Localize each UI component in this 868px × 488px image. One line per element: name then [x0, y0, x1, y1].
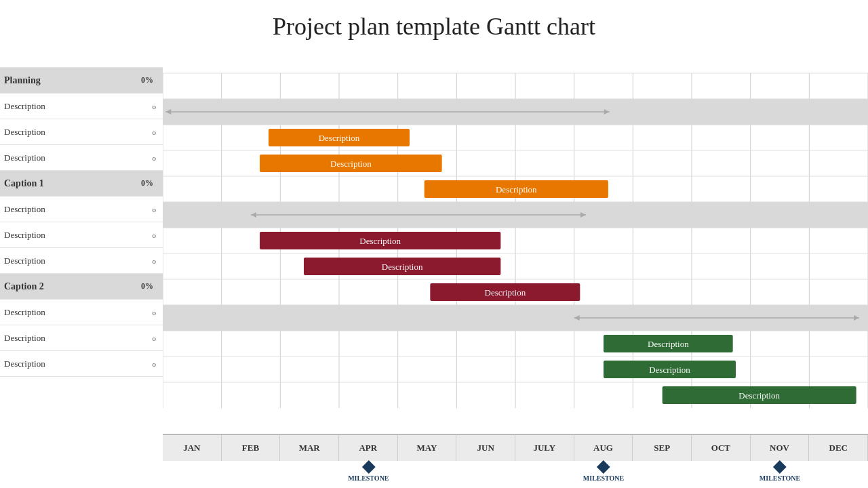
svg-text:Description: Description: [330, 159, 372, 169]
page-title: Project plan template Gantt chart: [0, 0, 868, 47]
month-cell-july: JULY: [515, 435, 574, 461]
gantt-bar: Description: [304, 258, 500, 275]
milestone-row: MILESTONEMILESTONEMILESTONE: [163, 461, 868, 488]
task-label-5: Description: [0, 230, 50, 241]
task-label-7: Description: [0, 307, 50, 318]
sidebar-section-caption1: Caption 1 0%: [0, 171, 163, 197]
section-planning-pct: 0%: [141, 75, 156, 85]
chart-grid: DescriptionDescriptionDescriptionDescrip…: [163, 47, 868, 434]
svg-text:Description: Description: [319, 133, 360, 143]
sidebar-header-row: [0, 47, 163, 68]
task-label-6: Description: [0, 256, 50, 266]
milestone-item-2: MILESTONE: [760, 462, 800, 482]
gantt-svg: DescriptionDescriptionDescriptionDescrip…: [163, 47, 868, 434]
task-dot-7: o: [153, 308, 157, 317]
sidebar-task-9: Description o: [0, 351, 163, 377]
task-label-8: Description: [0, 333, 50, 344]
gantt-bar: Description: [260, 232, 500, 249]
task-label-1: Description: [0, 101, 50, 112]
sidebar-task-2: Description o: [0, 119, 163, 145]
section-caption1-label: Caption 1: [0, 178, 48, 189]
month-cell-dec: DEC: [809, 435, 868, 461]
sidebar-task-6: Description o: [0, 248, 163, 274]
svg-text:Description: Description: [382, 262, 423, 272]
section-caption1-pct: 0%: [141, 178, 156, 188]
task-label-4: Description: [0, 204, 50, 215]
month-cell-oct: OCT: [692, 435, 751, 461]
sidebar: Planning 0% Description o Description o …: [0, 47, 163, 488]
month-cell-aug: AUG: [574, 435, 633, 461]
gantt-bar: Description: [269, 129, 410, 146]
task-dot-8: o: [153, 334, 157, 342]
task-dot-6: o: [153, 257, 157, 265]
milestone-label-1: MILESTONE: [583, 474, 624, 482]
gantt-bar: Description: [604, 335, 733, 352]
milestone-label-2: MILESTONE: [760, 474, 800, 482]
task-dot-3: o: [153, 154, 157, 162]
gantt-bar: Description: [430, 283, 580, 301]
sidebar-task-1: Description o: [0, 94, 163, 119]
milestone-item-1: MILESTONE: [583, 462, 624, 482]
section-caption2-pct: 0%: [141, 281, 156, 291]
gantt-bar: Description: [260, 155, 442, 172]
task-dot-9: o: [153, 360, 157, 368]
section-planning-label: Planning: [0, 75, 45, 86]
milestone-diamond-2: [773, 460, 787, 474]
svg-text:Description: Description: [648, 339, 689, 349]
gantt-wrapper: Planning 0% Description o Description o …: [0, 47, 868, 488]
milestone-item-0: MILESTONE: [348, 462, 389, 482]
month-cell-sep: SEP: [633, 435, 692, 461]
svg-text:Description: Description: [359, 236, 401, 246]
sidebar-section-planning: Planning 0%: [0, 68, 163, 94]
sidebar-task-5: Description o: [0, 222, 163, 248]
chart-area: DescriptionDescriptionDescriptionDescrip…: [163, 47, 868, 488]
svg-text:Description: Description: [485, 287, 526, 298]
milestone-label-0: MILESTONE: [348, 474, 389, 482]
month-cell-nov: NOV: [751, 435, 810, 461]
section-caption2-label: Caption 2: [0, 281, 48, 292]
month-cell-may: MAY: [398, 435, 457, 461]
task-dot-4: o: [153, 205, 157, 214]
task-label-2: Description: [0, 127, 50, 138]
month-cell-apr: APR: [339, 435, 398, 461]
sidebar-task-7: Description o: [0, 300, 163, 325]
sidebar-section-caption2: Caption 2 0%: [0, 274, 163, 300]
task-label-9: Description: [0, 359, 50, 369]
sidebar-task-8: Description o: [0, 325, 163, 351]
sidebar-task-4: Description o: [0, 197, 163, 222]
month-cell-mar: MAR: [280, 435, 339, 461]
gantt-bar: Description: [425, 180, 608, 198]
svg-text:Description: Description: [738, 390, 780, 401]
milestone-diamond-1: [597, 460, 610, 474]
sidebar-task-3: Description o: [0, 145, 163, 171]
task-dot-5: o: [153, 231, 157, 239]
month-cell-jun: JUN: [456, 435, 515, 461]
month-cell-jan: JAN: [163, 435, 222, 461]
task-dot-2: o: [153, 128, 157, 136]
month-cell-feb: FEB: [222, 435, 281, 461]
gantt-bar: Description: [663, 386, 856, 404]
gantt-bar: Description: [604, 361, 736, 378]
svg-text:Description: Description: [496, 184, 537, 195]
svg-text:Description: Description: [649, 365, 690, 375]
task-label-3: Description: [0, 152, 50, 163]
task-dot-1: o: [153, 102, 157, 110]
months-row: JANFEBMARAPRMAYJUNJULYAUGSEPOCTNOVDEC: [163, 434, 868, 461]
milestone-diamond-0: [361, 460, 375, 474]
